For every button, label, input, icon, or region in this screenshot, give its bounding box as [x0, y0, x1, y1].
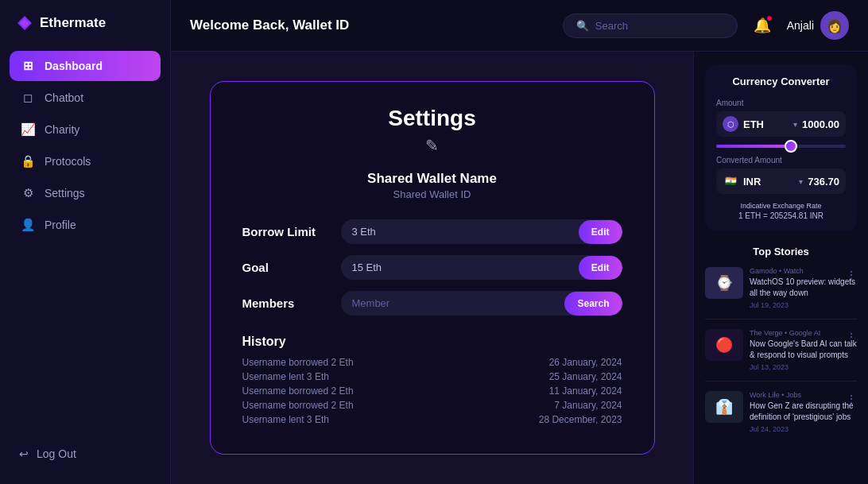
user-info[interactable]: Anjali 👩	[787, 11, 849, 40]
story-more-icon-1[interactable]: ⋮	[846, 331, 857, 343]
sidebar-item-label: Settings	[45, 187, 85, 199]
history-date: 11 January, 2024	[549, 385, 622, 397]
goal-edit-button[interactable]: Edit	[579, 256, 622, 280]
borrow-limit-label: Borrow Limit	[242, 225, 330, 238]
borrow-limit-row: Borrow Limit 3 Eth Edit	[242, 219, 622, 244]
user-name: Anjali	[787, 19, 814, 32]
sidebar: Ethermate ⊞ Dashboard ◻ Chatbot 📈 Charit…	[0, 0, 171, 484]
settings-title: Settings	[242, 106, 622, 131]
sidebar-item-dashboard[interactable]: ⊞ Dashboard	[10, 51, 161, 81]
borrow-limit-edit-button[interactable]: Edit	[579, 220, 622, 244]
history-action: Username lent 3 Eth	[242, 414, 329, 425]
history-action: Username borrowed 2 Eth	[242, 357, 354, 368]
wallet-id: Shared Wallet ID	[242, 188, 622, 200]
page-title: Welcome Back, Wallet ID	[190, 17, 550, 33]
notification-badge	[766, 15, 773, 21]
story-more-icon-2[interactable]: ⋮	[846, 393, 857, 405]
sidebar-item-settings[interactable]: ⚙ Settings	[10, 178, 161, 208]
story-thumb-img-0: ⌚	[705, 267, 743, 299]
to-currency-code: INR	[743, 176, 794, 188]
from-currency-code: ETH	[743, 118, 789, 130]
settings-fields: Borrow Limit 3 Eth Edit Goal 15 Eth Edit	[242, 219, 622, 316]
from-amount: 1000.00	[802, 118, 839, 130]
slider-thumb	[785, 140, 797, 153]
search-icon: 🔍	[576, 20, 589, 32]
members-label: Members	[242, 296, 330, 310]
story-headline-2[interactable]: How Gen Z are disrupting the definition …	[750, 401, 857, 423]
dashboard-icon: ⊞	[21, 59, 35, 73]
logo-text: Ethermate	[40, 15, 106, 31]
logo-icon	[16, 14, 33, 32]
from-currency-row[interactable]: ⬡ ETH ▾ 1000.00	[716, 111, 846, 137]
search-input[interactable]	[595, 20, 723, 32]
story-content-1: The Verge • Google AI Now Google's Bard …	[750, 329, 857, 371]
main-area: Welcome Back, Wallet ID 🔍 🔔 Anjali 👩 Set…	[171, 0, 868, 484]
history-section: History Username borrowed 2 Eth 26 Janua…	[242, 335, 622, 425]
history-date: 7 January, 2024	[554, 400, 622, 411]
avatar: 👩	[820, 11, 849, 40]
sidebar-item-profile[interactable]: 👤 Profile	[10, 210, 161, 240]
logo: Ethermate	[0, 14, 170, 51]
to-currency-chevron: ▾	[799, 177, 803, 186]
story-item: 🔴 The Verge • Google AI Now Google's Bar…	[705, 329, 857, 381]
logout-button[interactable]: ↩ Log Out	[19, 447, 151, 460]
story-headline-1[interactable]: Now Google's Bard AI can talk & respond …	[750, 339, 857, 361]
to-amount: 736.70	[808, 176, 839, 188]
history-item: Username borrowed 2 Eth 26 January, 2024	[242, 357, 622, 368]
eth-icon: ⬡	[723, 116, 738, 132]
inr-flag-icon: 🇮🇳	[723, 173, 738, 189]
settings-title-area: Settings ✎	[242, 106, 622, 155]
story-source-0: Gamodo • Watch	[750, 267, 857, 275]
header: Welcome Back, Wallet ID 🔍 🔔 Anjali 👩	[171, 0, 868, 52]
story-thumb-0: ⌚	[705, 267, 743, 299]
history-action: Username borrowed 2 Eth	[242, 385, 354, 397]
logout-icon: ↩	[19, 447, 29, 460]
content-area: Settings ✎ Shared Wallet Name Shared Wal…	[171, 52, 868, 484]
exchange-rate-label: Indicative Exchange Rate 1 ETH = 205254.…	[716, 202, 846, 220]
history-item: Username lent 3 Eth 25 January, 2024	[242, 371, 622, 382]
settings-edit-icon: ✎	[242, 136, 622, 155]
currency-converter: Currency Converter Amount ⬡ ETH ▾ 1000.0…	[705, 64, 857, 231]
history-list: Username borrowed 2 Eth 26 January, 2024…	[242, 357, 622, 425]
story-thumb-2: 👔	[705, 391, 743, 423]
members-row: Members Member Search	[242, 291, 622, 316]
settings-card: Settings ✎ Shared Wallet Name Shared Wal…	[210, 81, 655, 455]
sidebar-item-protocols[interactable]: 🔒 Protocols	[10, 146, 161, 176]
story-date-1: Jul 13, 2023	[750, 363, 857, 371]
profile-icon: 👤	[21, 218, 35, 232]
goal-label: Goal	[242, 261, 330, 274]
chatbot-icon: ◻	[21, 91, 35, 105]
sidebar-bottom: ↩ Log Out	[0, 438, 170, 470]
history-date: 28 December, 2023	[539, 414, 622, 425]
history-action: Username borrowed 2 Eth	[242, 400, 354, 411]
sidebar-item-chatbot[interactable]: ◻ Chatbot	[10, 83, 161, 113]
to-currency-row[interactable]: 🇮🇳 INR ▾ 736.70	[716, 168, 846, 194]
top-stories: Top Stories ⌚ Gamodo • Watch WatchOS 10 …	[705, 246, 857, 443]
sidebar-item-charity[interactable]: 📈 Charity	[10, 114, 161, 145]
goal-row: Goal 15 Eth Edit	[242, 255, 622, 280]
story-thumb-img-1: 🔴	[705, 329, 743, 361]
story-date-2: Jul 24, 2023	[750, 425, 857, 433]
protocols-icon: 🔒	[21, 154, 35, 168]
search-bar[interactable]: 🔍	[563, 14, 738, 38]
notification-button[interactable]: 🔔	[750, 14, 774, 37]
wallet-name: Shared Wallet Name	[242, 171, 622, 187]
conversion-slider[interactable]	[716, 145, 846, 148]
members-input-group: Member Search	[341, 291, 622, 316]
exchange-rate-text: Indicative Exchange Rate	[716, 202, 846, 210]
story-more-icon-0[interactable]: ⋮	[846, 269, 857, 281]
story-item: ⌚ Gamodo • Watch WatchOS 10 preview: wid…	[705, 267, 857, 319]
history-action: Username lent 3 Eth	[242, 371, 329, 382]
amount-label: Amount	[716, 99, 846, 107]
exchange-rate-value: 1 ETH = 205254.81 INR	[738, 211, 823, 220]
from-currency-chevron: ▾	[793, 120, 797, 129]
story-content-0: Gamodo • Watch WatchOS 10 preview: widge…	[750, 267, 857, 309]
slider-track	[716, 145, 846, 148]
story-headline-0[interactable]: WatchOS 10 preview: widgets all the way …	[750, 277, 857, 299]
charity-icon: 📈	[21, 122, 35, 137]
story-date-0: Jul 19, 2023	[750, 301, 857, 309]
converted-amount-label: Converted Amount	[716, 156, 846, 165]
members-search-button[interactable]: Search	[564, 292, 622, 316]
converter-title: Currency Converter	[716, 76, 846, 87]
goal-value: 15 Eth	[341, 255, 579, 280]
